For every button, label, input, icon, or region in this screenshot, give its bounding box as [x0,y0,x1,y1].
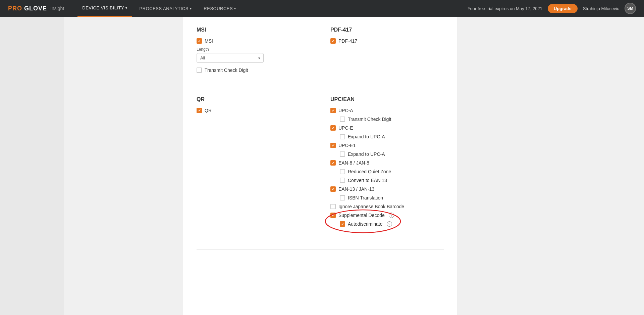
ean8-convert-row: Convert to EAN 13 [340,178,444,183]
brand: PROGLOVE Insight [8,5,64,12]
ean13-label: EAN-13 / JAN-13 [338,186,374,192]
ean8-convert-checkbox[interactable] [340,178,345,183]
ean13-isbn-label: ISBN Translation [348,195,383,200]
pdf417-checkbox-row: PDF-417 [330,38,444,44]
upce1-label: UPC-E1 [338,143,356,148]
supplemental-decode-label: Supplemental Decode [338,213,385,218]
msi-length-group: Length All Fixed Variable ▾ [197,47,310,63]
pdf417-section: PDF-417 PDF-417 [330,27,444,76]
top-sections-grid: MSI MSI Length All Fixed Variable [197,27,444,86]
nav-process-analytics[interactable]: PROCESS ANALYTICS ▾ [135,0,197,17]
supplemental-decode-checkbox[interactable] [330,213,336,218]
msi-length-select-wrap: All Fixed Variable ▾ [197,53,264,63]
upce1-expand-row: Expand to UPC-A [340,151,444,157]
ean8-label: EAN-8 / JAN-8 [338,160,369,166]
upcean-section: UPC/EAN UPC-A Transmit Check Digit UPC-E [330,96,444,230]
upce-expand-row: Expand to UPC-A [340,134,444,139]
ignore-jbb-row: Ignore Japanese Book Barcode [330,204,444,209]
bottom-sections-grid: QR QR UPC/EAN UPC-A [197,96,444,239]
highlighted-group: Supplemental Decode ? Autodiscriminate ? [330,213,394,230]
main-wrapper: MSI MSI Length All Fixed Variable [0,17,644,315]
chevron-down-icon: ▾ [125,6,127,10]
msi-label: MSI [205,38,213,44]
upca-transmit-label: Transmit Check Digit [348,117,391,122]
bottom-divider [197,250,444,250]
supplemental-decode-help-icon[interactable]: ? [389,213,394,218]
upca-checkbox[interactable] [330,108,336,113]
upce-row: UPC-E [330,125,444,131]
ean8-rqz-checkbox[interactable] [340,169,345,174]
ean8-convert-label: Convert to EAN 13 [348,178,387,183]
ean13-isbn-checkbox[interactable] [340,195,345,200]
pdf417-checkbox[interactable] [330,38,336,44]
brand-pro: PRO [8,5,22,12]
msi-checkbox[interactable] [197,38,202,44]
pdf417-label: PDF-417 [338,38,357,44]
upca-transmit-checkbox[interactable] [340,117,345,122]
navbar: PROGLOVE Insight DEVICE VISIBILITY ▾ PRO… [0,0,644,17]
msi-title: MSI [197,27,310,33]
msi-section: MSI MSI Length All Fixed Variable [197,27,310,76]
qr-checkbox[interactable] [197,108,202,113]
autodiscriminate-help-icon[interactable]: ? [387,221,392,227]
upce1-checkbox[interactable] [330,143,336,148]
upca-row: UPC-A [330,108,444,113]
nav-right: Your free trial expires on May 17, 2021 … [468,3,636,14]
msi-transmit-checkbox[interactable] [197,68,202,73]
msi-checkbox-row: MSI [197,38,310,44]
content-card: MSI MSI Length All Fixed Variable [183,17,458,315]
ean8-rqz-row: Reduced Quiet Zone [340,169,444,174]
ignore-jbb-checkbox[interactable] [330,204,336,209]
autodiscriminate-checkbox[interactable] [340,221,345,227]
nav-resources[interactable]: RESOURCES ▾ [199,0,240,17]
ean13-isbn-row: ISBN Translation [340,195,444,200]
autodiscriminate-label: Autodiscriminate [348,221,383,227]
qr-title: QR [197,96,310,102]
upce1-row: UPC-E1 [330,143,444,148]
qr-checkbox-row: QR [197,108,310,113]
ean8-row: EAN-8 / JAN-8 [330,160,444,166]
msi-transmit-row: Transmit Check Digit [197,68,310,73]
upgrade-button[interactable]: Upgrade [548,4,578,13]
upce-expand-label: Expand to UPC-A [348,134,385,139]
pdf417-title: PDF-417 [330,27,444,33]
ean8-checkbox[interactable] [330,160,336,166]
content-area: MSI MSI Length All Fixed Variable [64,17,644,315]
sidebar [0,17,64,315]
nav-device-visibility[interactable]: DEVICE VISIBILITY ▾ [77,0,132,17]
qr-section: QR QR [197,96,310,230]
upce-checkbox[interactable] [330,125,336,131]
upce1-expand-checkbox[interactable] [340,151,345,157]
brand-glove: GLOVE [24,5,47,12]
chevron-down-icon: ▾ [234,7,236,10]
upce1-expand-label: Expand to UPC-A [348,151,385,157]
user-name: Strahinja Milosevic [583,6,619,11]
msi-length-select[interactable]: All Fixed Variable [197,53,264,63]
trial-text: Your free trial expires on May 17, 2021 [468,6,542,11]
supplemental-decode-row: Supplemental Decode ? [330,213,394,218]
qr-label: QR [205,108,212,113]
upce-label: UPC-E [338,125,353,131]
msi-length-label: Length [197,47,310,52]
nav-items: DEVICE VISIBILITY ▾ PROCESS ANALYTICS ▾ … [77,0,468,17]
upca-transmit-row: Transmit Check Digit [340,117,444,122]
upca-label: UPC-A [338,108,353,113]
right-space [465,17,532,315]
upcean-title: UPC/EAN [330,96,444,102]
ean8-rqz-label: Reduced Quiet Zone [348,169,391,174]
autodiscriminate-row: Autodiscriminate ? [340,221,394,227]
msi-transmit-label: Transmit Check Digit [205,68,248,73]
upce-expand-checkbox[interactable] [340,134,345,139]
ignore-jbb-label: Ignore Japanese Book Barcode [338,204,404,209]
ean13-checkbox[interactable] [330,186,336,192]
chevron-down-icon: ▾ [190,7,192,10]
ean13-row: EAN-13 / JAN-13 [330,186,444,192]
avatar[interactable]: SM [625,3,636,14]
brand-insight: Insight [50,6,64,11]
